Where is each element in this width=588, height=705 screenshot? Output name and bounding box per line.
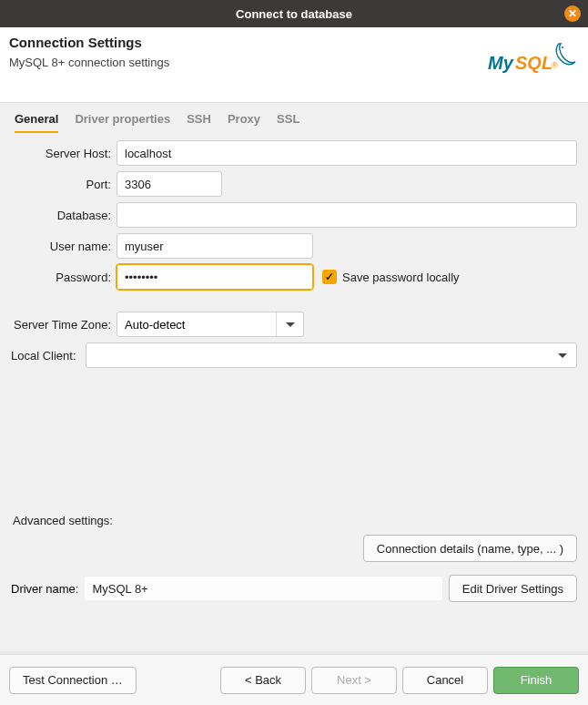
label-timezone: Server Time Zone: bbox=[11, 318, 117, 332]
label-local-client: Local Client: bbox=[11, 349, 86, 363]
header: Connection Settings MySQL 8+ connection … bbox=[0, 27, 588, 103]
tab-proxy[interactable]: Proxy bbox=[228, 112, 260, 133]
tab-ssh[interactable]: SSH bbox=[187, 112, 211, 133]
driver-name-input[interactable] bbox=[84, 576, 442, 601]
label-password: Password: bbox=[11, 271, 117, 284]
username-input[interactable] bbox=[117, 233, 313, 259]
label-advanced: Advanced settings: bbox=[13, 514, 577, 527]
mysql-logo: My SQL ® bbox=[488, 35, 579, 87]
body: General Driver properties SSH Proxy SSL … bbox=[0, 103, 588, 651]
chevron-down-icon bbox=[276, 312, 303, 336]
password-input[interactable] bbox=[117, 264, 313, 290]
label-port: Port: bbox=[11, 178, 117, 191]
chevron-down-icon bbox=[549, 343, 576, 367]
svg-text:SQL: SQL bbox=[515, 53, 553, 73]
header-subtitle: MySQL 8+ connection settings bbox=[9, 56, 169, 69]
edit-driver-button[interactable]: Edit Driver Settings bbox=[449, 575, 577, 602]
local-client-combobox[interactable] bbox=[86, 342, 577, 368]
tabs: General Driver properties SSH Proxy SSL bbox=[5, 103, 583, 133]
svg-text:My: My bbox=[488, 53, 514, 73]
connection-details-button[interactable]: Connection details (name, type, ... ) bbox=[363, 535, 577, 562]
form-area: Server Host: Port: Database: User name: … bbox=[5, 133, 583, 602]
header-title: Connection Settings bbox=[9, 35, 169, 50]
label-database: Database: bbox=[11, 209, 117, 222]
timezone-value: Auto-detect bbox=[125, 318, 186, 332]
window-title: Connect to database bbox=[236, 7, 352, 21]
svg-point-3 bbox=[562, 46, 563, 48]
save-password-label: Save password locally bbox=[342, 271, 460, 284]
footer: Test Connection … < Back Next > Cancel F… bbox=[0, 654, 588, 705]
tab-general[interactable]: General bbox=[15, 112, 58, 133]
port-input[interactable] bbox=[117, 171, 222, 197]
close-icon[interactable]: ✕ bbox=[564, 5, 581, 22]
label-driver-name: Driver name: bbox=[11, 582, 78, 596]
save-password-checkbox[interactable]: ✓ Save password locally bbox=[322, 270, 460, 284]
label-username: User name: bbox=[11, 240, 117, 253]
test-connection-button[interactable]: Test Connection … bbox=[9, 667, 137, 694]
timezone-combobox[interactable]: Auto-detect bbox=[117, 312, 304, 337]
titlebar: Connect to database ✕ bbox=[0, 0, 588, 27]
cancel-button[interactable]: Cancel bbox=[402, 667, 488, 694]
tab-driver-properties[interactable]: Driver properties bbox=[75, 112, 170, 133]
next-button[interactable]: Next > bbox=[311, 667, 397, 694]
svg-text:®: ® bbox=[552, 61, 558, 70]
label-server-host: Server Host: bbox=[11, 147, 117, 160]
tab-ssl[interactable]: SSL bbox=[277, 112, 299, 133]
back-button[interactable]: < Back bbox=[220, 667, 306, 694]
database-input[interactable] bbox=[117, 202, 577, 228]
server-host-input[interactable] bbox=[117, 140, 577, 166]
finish-button[interactable]: Finish bbox=[493, 667, 579, 694]
check-icon: ✓ bbox=[322, 270, 337, 284]
